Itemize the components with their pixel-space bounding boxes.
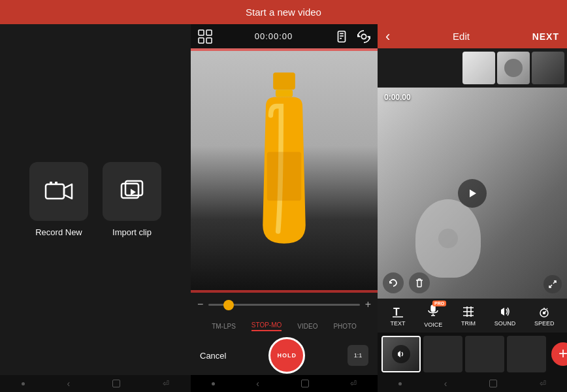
record-new-label: Record New xyxy=(35,227,82,237)
svg-point-15 xyxy=(361,34,366,39)
camera-feed xyxy=(191,48,378,293)
undo-button[interactable] xyxy=(383,272,404,293)
tool-voice-label: VOICE xyxy=(424,321,442,328)
grid-icon[interactable] xyxy=(197,29,213,44)
add-clip-button[interactable]: + xyxy=(551,342,567,366)
nav-return-mid[interactable]: ⏎ xyxy=(350,379,357,388)
slider-track[interactable] xyxy=(208,304,359,306)
cartoon-shape xyxy=(415,199,481,278)
preview-time: 0:00.00 xyxy=(384,93,411,102)
import-icon xyxy=(118,177,146,206)
thumb-3[interactable] xyxy=(532,52,564,84)
back-button[interactable]: ‹ xyxy=(385,28,390,45)
left-bottom-nav: ‹ ⏎ xyxy=(0,375,191,392)
ratio-button[interactable]: 1:1 xyxy=(348,345,368,366)
hold-button-label: HOLD xyxy=(277,352,297,359)
tool-sound[interactable]: SOUND xyxy=(494,305,516,327)
svg-text:T: T xyxy=(393,306,400,318)
nav-square-mid[interactable] xyxy=(301,380,309,387)
undo-icon xyxy=(388,278,398,288)
tool-speed[interactable]: SPEED xyxy=(534,305,555,327)
clip-thumb-2[interactable] xyxy=(423,336,462,372)
tool-voice[interactable]: PRO VOICE xyxy=(424,304,442,328)
thumb-1[interactable] xyxy=(462,52,495,84)
svg-rect-18 xyxy=(267,152,301,201)
nav-return-left[interactable]: ⏎ xyxy=(163,379,169,388)
mid-mode-row: TM-LPS STOP-MO VIDEO PHOTO xyxy=(191,316,378,336)
text-tool-icon: T xyxy=(391,305,404,318)
expand-icon xyxy=(548,280,557,289)
bottle-graphic xyxy=(245,73,323,268)
clip-thumb-1-inner xyxy=(383,337,419,371)
nav-back-right[interactable]: ‹ xyxy=(444,378,447,389)
svg-rect-3 xyxy=(55,182,57,184)
top-bar-title: Start a new video xyxy=(246,7,321,18)
video-camera-icon xyxy=(44,177,73,206)
svg-point-34 xyxy=(543,312,545,314)
svg-rect-10 xyxy=(206,38,212,43)
hold-button[interactable]: HOLD xyxy=(268,337,305,374)
tool-sound-label: SOUND xyxy=(494,320,516,327)
clip-thumb-4[interactable] xyxy=(507,336,546,372)
mode-photo[interactable]: PHOTO xyxy=(333,323,356,330)
nav-square-right[interactable] xyxy=(489,380,497,387)
record-new-box xyxy=(29,162,88,221)
mode-video[interactable]: VIDEO xyxy=(297,323,317,330)
right-preview: 0:00.00 xyxy=(378,88,567,299)
sound-tool-icon xyxy=(498,305,511,318)
timer-icon[interactable] xyxy=(334,29,349,44)
tool-trim[interactable]: TRIM xyxy=(461,305,476,327)
nav-square-left[interactable] xyxy=(112,380,120,387)
svg-rect-17 xyxy=(276,90,293,97)
svg-marker-19 xyxy=(470,189,476,197)
slider-thumb[interactable] xyxy=(223,300,234,310)
svg-rect-9 xyxy=(199,38,204,43)
nav-dot-left xyxy=(22,382,25,385)
mid-video-area xyxy=(191,48,378,293)
nav-back-left[interactable]: ‹ xyxy=(67,378,71,389)
svg-rect-0 xyxy=(46,184,64,199)
right-bottom-nav: ‹ ⏎ xyxy=(378,375,567,392)
thumbnails-row xyxy=(378,48,567,88)
mid-panel: 00:00:00 xyxy=(191,24,378,375)
mid-top-bar: 00:00:00 xyxy=(191,24,378,48)
svg-rect-8 xyxy=(206,30,212,35)
mid-top-right-icons xyxy=(334,29,371,44)
preview-play-button[interactable] xyxy=(458,179,487,208)
thumb-2[interactable] xyxy=(497,52,530,84)
mode-tm-lps[interactable]: TM-LPS xyxy=(212,323,236,330)
volume-icon xyxy=(396,349,406,359)
left-panel: Record New Import clip xyxy=(0,24,191,375)
action-buttons-row: Record New Import clip xyxy=(29,162,161,237)
speed-tool-icon xyxy=(538,305,551,318)
delete-button[interactable] xyxy=(409,272,430,293)
trash-icon xyxy=(414,278,425,288)
flip-camera-icon[interactable] xyxy=(357,29,371,44)
voice-icon-wrapper: PRO xyxy=(427,304,440,319)
clip-thumb-1[interactable] xyxy=(381,336,421,372)
tool-speed-label: SPEED xyxy=(534,320,555,327)
import-clip-label: Import clip xyxy=(112,227,152,237)
svg-rect-7 xyxy=(199,30,204,35)
import-clip-button[interactable]: Import clip xyxy=(103,162,161,237)
bottom-nav-row: ‹ ⏎ ‹ ⏎ ‹ ⏎ xyxy=(0,375,567,392)
record-new-button[interactable]: Record New xyxy=(29,162,88,237)
nav-back-mid[interactable]: ‹ xyxy=(256,378,259,389)
expand-button[interactable] xyxy=(543,275,562,293)
mid-slider-row: − + xyxy=(191,293,378,316)
mid-bottom-bar: Cancel HOLD 1:1 xyxy=(191,336,378,375)
clip-thumb-3[interactable] xyxy=(465,336,504,372)
next-button[interactable]: NEXT xyxy=(532,31,559,42)
svg-rect-2 xyxy=(50,182,52,184)
preview-bottom-controls xyxy=(383,272,430,293)
svg-marker-1 xyxy=(64,184,72,199)
nav-return-right[interactable]: ⏎ xyxy=(540,379,546,388)
pro-badge: PRO xyxy=(432,301,446,306)
cancel-button[interactable]: Cancel xyxy=(200,351,226,361)
svg-marker-6 xyxy=(131,189,136,195)
trim-tool-icon xyxy=(462,305,475,318)
play-icon xyxy=(466,188,478,199)
tool-text[interactable]: T TEXT xyxy=(390,305,405,327)
mode-stop-mo[interactable]: STOP-MO xyxy=(251,321,282,331)
svg-rect-11 xyxy=(338,31,345,42)
